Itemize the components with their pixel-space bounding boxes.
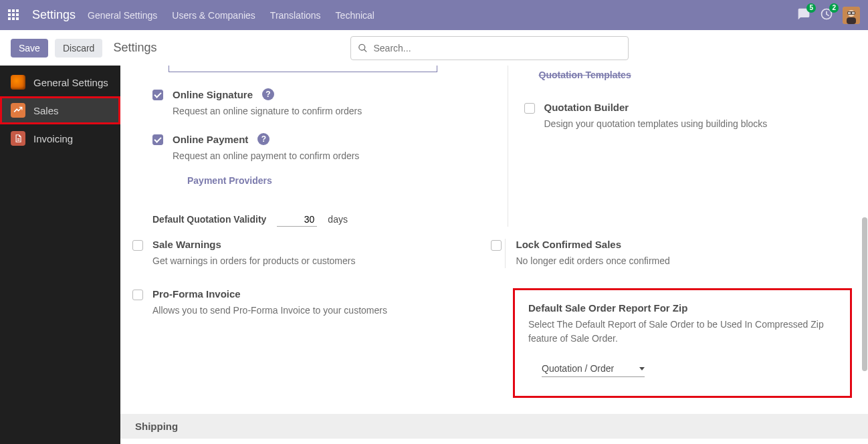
svg-rect-2 <box>847 17 856 24</box>
scrollbar-thumb[interactable] <box>862 217 867 371</box>
checkbox-quotation-builder[interactable] <box>524 103 535 114</box>
activity-icon[interactable]: 2 <box>820 7 833 23</box>
search-icon <box>358 43 368 53</box>
setting-title: Online Signature <box>173 89 253 100</box>
template-selector-partial[interactable] <box>169 66 437 72</box>
menu-general-settings[interactable]: General Settings <box>88 10 157 21</box>
general-settings-icon <box>11 75 25 90</box>
link-quotation-templates[interactable]: Quotation Templates <box>539 70 853 80</box>
validity-label: Default Quotation Validity <box>152 214 266 225</box>
setting-title: Default Sale Order Report For Zip <box>528 302 687 314</box>
menu-translations[interactable]: Translations <box>270 10 321 21</box>
highlighted-zip-report-setting: Default Sale Order Report For Zip Select… <box>513 288 852 398</box>
search-input[interactable] <box>374 43 622 53</box>
sidebar-item-general-settings[interactable]: General Settings <box>0 68 120 96</box>
setting-desc: Design your quotation templates using bu… <box>544 117 839 131</box>
checkbox-lock-confirmed[interactable] <box>491 240 502 251</box>
invoicing-icon <box>11 131 25 146</box>
sidebar-item-label: Sales <box>33 105 59 116</box>
user-avatar[interactable] <box>843 7 860 24</box>
setting-title: Pro-Forma Invoice <box>152 288 241 300</box>
setting-desc: Allows you to send Pro-Forma Invoice to … <box>152 304 486 318</box>
link-payment-providers[interactable]: Payment Providers <box>187 175 467 186</box>
setting-desc: Request an online payment to confirm ord… <box>173 149 467 163</box>
messaging-icon[interactable]: 5 <box>797 7 810 23</box>
checkbox-online-payment[interactable] <box>152 134 163 145</box>
sidebar-item-label: Invoicing <box>33 133 73 144</box>
sidebar-item-sales[interactable]: Sales <box>0 96 120 124</box>
page-title: Settings <box>113 41 156 55</box>
checkbox-proforma[interactable] <box>132 290 143 300</box>
activity-badge: 2 <box>829 3 839 13</box>
help-icon[interactable]: ? <box>262 88 274 100</box>
settings-sidebar: General Settings Sales Invoicing <box>0 66 120 444</box>
app-title: Settings <box>32 8 76 22</box>
setting-title: Lock Confirmed Sales <box>516 239 622 250</box>
dropdown-selected: Quotation / Order <box>542 363 614 374</box>
validity-input[interactable] <box>277 213 317 227</box>
setting-title: Online Payment <box>173 134 248 145</box>
svg-rect-4 <box>848 12 851 14</box>
zip-report-dropdown[interactable]: Quotation / Order <box>542 360 645 377</box>
discard-button[interactable]: Discard <box>55 39 102 58</box>
validity-unit: days <box>328 214 348 225</box>
sales-icon <box>11 103 25 118</box>
setting-desc: Select The Default Report of Sale Order … <box>528 318 837 346</box>
checkbox-sale-warnings[interactable] <box>132 240 143 251</box>
checkbox-online-signature[interactable] <box>152 90 163 100</box>
sidebar-item-invoicing[interactable]: Invoicing <box>0 124 120 152</box>
save-button[interactable]: Save <box>11 39 48 58</box>
setting-desc: Request an online signature to confirm o… <box>173 104 467 118</box>
setting-desc: Get warnings in orders for products or c… <box>152 254 478 268</box>
sidebar-item-label: General Settings <box>33 77 108 88</box>
chevron-down-icon <box>639 367 645 370</box>
svg-rect-5 <box>852 12 855 14</box>
setting-title: Quotation Builder <box>544 102 629 113</box>
apps-launcher-icon[interactable] <box>8 9 20 21</box>
section-header-shipping: Shipping <box>120 414 868 439</box>
menu-technical[interactable]: Technical <box>336 10 374 21</box>
menu-users-companies[interactable]: Users & Companies <box>172 10 255 21</box>
help-icon[interactable]: ? <box>257 133 269 145</box>
setting-title: Sale Warnings <box>152 239 221 250</box>
messaging-badge: 5 <box>806 3 816 13</box>
setting-desc: No longer edit orders once confirmed <box>516 254 853 268</box>
search-box[interactable] <box>350 36 629 60</box>
